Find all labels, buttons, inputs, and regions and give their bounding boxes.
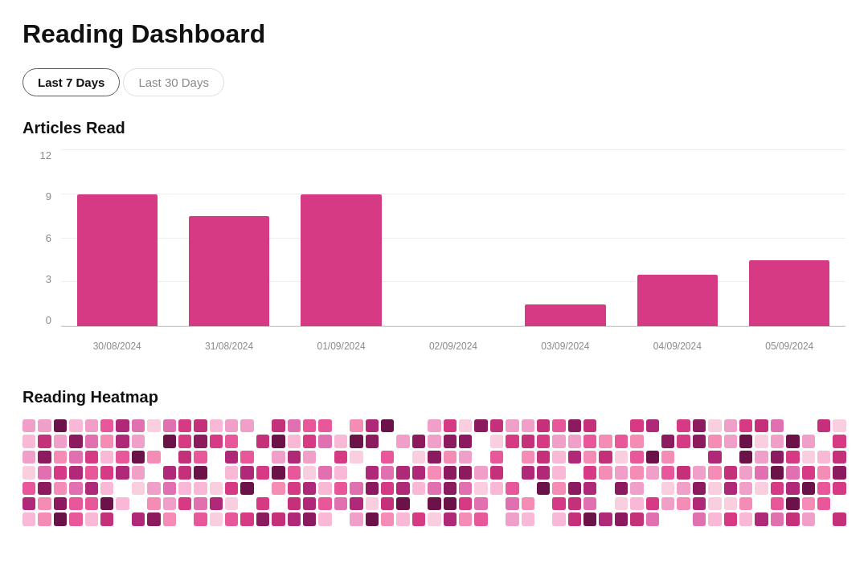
heatmap-cell[interactable] — [755, 451, 768, 463]
heatmap-cell[interactable] — [739, 451, 752, 463]
heatmap-cell[interactable] — [459, 435, 472, 447]
heatmap-cell[interactable] — [646, 466, 659, 479]
heatmap-cell[interactable] — [38, 435, 51, 447]
heatmap-cell[interactable] — [85, 497, 98, 510]
heatmap-cell[interactable] — [163, 497, 176, 510]
heatmap-cell[interactable] — [256, 512, 269, 525]
heatmap-cell[interactable] — [537, 466, 550, 479]
heatmap-cell[interactable] — [225, 435, 238, 447]
heatmap-cell[interactable] — [396, 451, 409, 463]
heatmap-cell[interactable] — [755, 512, 768, 525]
heatmap-cell[interactable] — [272, 451, 285, 463]
heatmap-cell[interactable] — [630, 466, 643, 479]
heatmap-cell[interactable] — [817, 512, 830, 525]
heatmap-cell[interactable] — [178, 482, 191, 495]
heatmap-cell[interactable] — [583, 512, 596, 525]
heatmap-cell[interactable] — [256, 466, 269, 479]
heatmap-cell[interactable] — [194, 482, 207, 495]
heatmap-cell[interactable] — [724, 482, 737, 495]
heatmap-cell[interactable] — [474, 419, 487, 432]
heatmap-cell[interactable] — [210, 419, 223, 432]
heatmap-cell[interactable] — [240, 466, 253, 479]
heatmap-cell[interactable] — [506, 482, 518, 495]
heatmap-cell[interactable] — [771, 497, 784, 510]
heatmap-cell[interactable] — [381, 466, 394, 479]
heatmap-cell[interactable] — [288, 451, 301, 463]
heatmap-cell[interactable] — [318, 512, 331, 525]
heatmap-cell[interactable] — [303, 482, 316, 495]
heatmap-cell[interactable] — [568, 482, 581, 495]
heatmap-cell[interactable] — [428, 451, 440, 463]
heatmap-cell[interactable] — [303, 419, 316, 432]
heatmap-cell[interactable] — [210, 497, 223, 510]
heatmap-cell[interactable] — [708, 435, 721, 447]
heatmap-cell[interactable] — [506, 512, 518, 525]
heatmap-cell[interactable] — [552, 482, 565, 495]
heatmap-cell[interactable] — [178, 451, 191, 463]
heatmap-cell[interactable] — [771, 482, 784, 495]
heatmap-cell[interactable] — [210, 512, 223, 525]
heatmap-cell[interactable] — [833, 435, 845, 447]
heatmap-cell[interactable] — [366, 419, 379, 432]
heatmap-cell[interactable] — [38, 466, 51, 479]
heatmap-cell[interactable] — [786, 435, 799, 447]
heatmap-cell[interactable] — [661, 419, 674, 432]
heatmap-cell[interactable] — [599, 497, 612, 510]
heatmap-cell[interactable] — [116, 497, 129, 510]
heatmap-cell[interactable] — [661, 512, 674, 525]
heatmap-cell[interactable] — [506, 497, 518, 510]
heatmap-cell[interactable] — [708, 512, 721, 525]
heatmap-cell[interactable] — [677, 451, 690, 463]
heatmap-cell[interactable] — [132, 497, 145, 510]
heatmap-cell[interactable] — [677, 466, 690, 479]
heatmap-cell[interactable] — [318, 497, 331, 510]
heatmap-cell[interactable] — [833, 466, 845, 479]
heatmap-cell[interactable] — [817, 435, 830, 447]
heatmap-cell[interactable] — [490, 497, 503, 510]
heatmap-cell[interactable] — [100, 497, 113, 510]
heatmap-cell[interactable] — [303, 435, 316, 447]
heatmap-cell[interactable] — [677, 497, 690, 510]
heatmap-cell[interactable] — [69, 451, 82, 463]
heatmap-cell[interactable] — [490, 512, 503, 525]
heatmap-cell[interactable] — [396, 466, 409, 479]
heatmap-cell[interactable] — [100, 419, 113, 432]
heatmap-cell[interactable] — [272, 497, 285, 510]
heatmap-cell[interactable] — [147, 419, 160, 432]
heatmap-cell[interactable] — [583, 451, 596, 463]
heatmap-cell[interactable] — [583, 482, 596, 495]
heatmap-cell[interactable] — [256, 451, 269, 463]
heatmap-cell[interactable] — [786, 451, 799, 463]
heatmap-cell[interactable] — [116, 482, 129, 495]
heatmap-cell[interactable] — [677, 435, 690, 447]
heatmap-cell[interactable] — [334, 497, 347, 510]
heatmap-cell[interactable] — [163, 466, 176, 479]
heatmap-cell[interactable] — [708, 497, 721, 510]
heatmap-cell[interactable] — [240, 497, 253, 510]
heatmap-cell[interactable] — [474, 466, 487, 479]
heatmap-cell[interactable] — [334, 482, 347, 495]
heatmap-cell[interactable] — [396, 435, 409, 447]
heatmap-cell[interactable] — [568, 435, 581, 447]
heatmap-cell[interactable] — [739, 482, 752, 495]
heatmap-cell[interactable] — [786, 497, 799, 510]
heatmap-cell[interactable] — [552, 512, 565, 525]
heatmap-cell[interactable] — [412, 419, 425, 432]
heatmap-cell[interactable] — [163, 482, 176, 495]
heatmap-cell[interactable] — [272, 466, 285, 479]
heatmap-cell[interactable] — [147, 482, 160, 495]
heatmap-cell[interactable] — [552, 419, 565, 432]
heatmap-cell[interactable] — [708, 482, 721, 495]
heatmap-cell[interactable] — [615, 419, 628, 432]
heatmap-cell[interactable] — [381, 497, 394, 510]
heatmap-cell[interactable] — [334, 466, 347, 479]
heatmap-cell[interactable] — [23, 497, 35, 510]
heatmap-cell[interactable] — [54, 419, 67, 432]
heatmap-cell[interactable] — [506, 451, 518, 463]
heatmap-cell[interactable] — [303, 451, 316, 463]
heatmap-cell[interactable] — [646, 482, 659, 495]
heatmap-cell[interactable] — [288, 419, 301, 432]
heatmap-cell[interactable] — [802, 435, 815, 447]
heatmap-cell[interactable] — [210, 451, 223, 463]
heatmap-cell[interactable] — [54, 466, 67, 479]
